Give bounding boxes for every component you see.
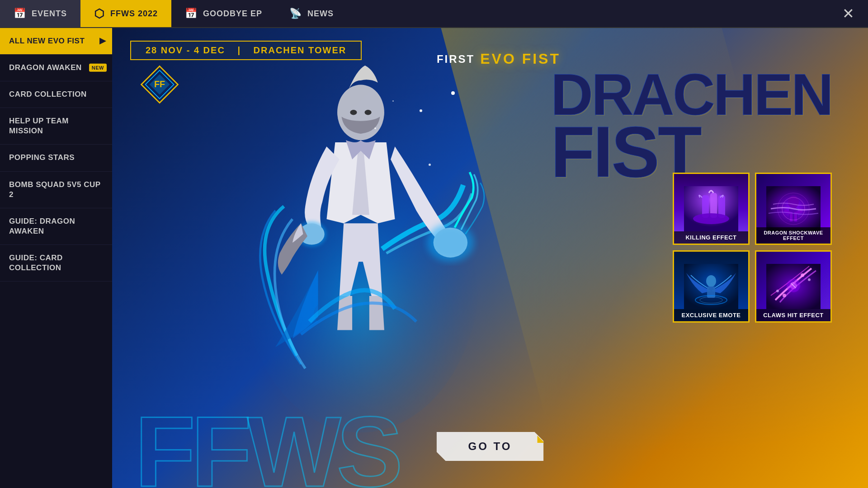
svg-point-23 xyxy=(706,275,716,287)
claws-hit-label: CLAWS HIT EFFECT xyxy=(756,309,830,321)
sidebar-label-popping: POPPING STARS xyxy=(9,153,75,162)
date-banner: 28 NOV - 4 DEC | DRACHEN TOWER xyxy=(130,41,362,60)
arrow-right-icon: ▶ xyxy=(99,36,106,46)
sidebar-label-guide-dragon: GUIDE: DRAGON AWAKEN xyxy=(9,217,75,235)
svg-point-32 xyxy=(808,278,811,281)
date-range: 28 NOV - 4 DEC xyxy=(146,45,225,55)
star-2 xyxy=(374,127,376,129)
nav-label-goodbye: GOODBYE EP xyxy=(203,9,262,19)
sidebar-label-all-new: ALL NEW EVO FIST xyxy=(9,37,85,45)
sidebar-item-guide-card[interactable]: GUIDE: CARD COLLECTION xyxy=(0,245,112,282)
star-3 xyxy=(451,91,455,95)
sidebar-label-guide-card: GUIDE: CARD COLLECTION xyxy=(9,253,63,272)
sidebar-item-popping-stars[interactable]: POPPING STARS xyxy=(0,145,112,171)
top-navigation: 📅 EVENTS ⬡ FFWS 2022 📅 GOODBYE EP 📡 NEWS… xyxy=(0,0,868,28)
item-cards-grid: KILLING EFFECT xyxy=(673,173,832,323)
svg-point-33 xyxy=(776,290,779,292)
star-4 xyxy=(429,164,431,166)
sidebar: ALL NEW EVO FIST ▶ DRAGON AWAKEN NEW CAR… xyxy=(0,28,112,488)
sidebar-item-all-new-evo-fist[interactable]: ALL NEW EVO FIST ▶ xyxy=(0,28,112,55)
close-button[interactable]: ✕ xyxy=(829,0,868,27)
character-svg xyxy=(225,57,496,441)
new-badge: NEW xyxy=(89,64,107,72)
calendar-icon: 📅 xyxy=(14,8,26,19)
broadcast-icon: 📡 xyxy=(289,8,302,19)
main-content: 28 NOV - 4 DEC | DRACHEN TOWER FF xyxy=(112,28,868,488)
sidebar-item-guide-dragon[interactable]: GUIDE: DRAGON AWAKEN xyxy=(0,208,112,245)
sidebar-label-bomb: BOMB SQUAD 5V5 CUP 2 xyxy=(9,180,100,199)
character-display xyxy=(203,46,519,452)
sidebar-item-help-up-team[interactable]: HELP UP TEAM MISSION xyxy=(0,108,112,145)
svg-point-6 xyxy=(350,110,357,115)
subtitle-first: FIRST xyxy=(437,53,475,66)
svg-point-31 xyxy=(783,294,786,297)
subtitle-evo: EVO FIST xyxy=(480,51,561,67)
date-separator: | xyxy=(237,45,241,55)
svg-point-7 xyxy=(365,110,372,115)
star-5 xyxy=(392,100,394,102)
calendar2-icon: 📅 xyxy=(185,8,198,19)
sidebar-label-help: HELP UP TEAM MISSION xyxy=(9,117,69,135)
sidebar-item-bomb-squad[interactable]: BOMB SQUAD 5V5 CUP 2 xyxy=(0,172,112,208)
item-card-exclusive-emote[interactable]: EXCLUSIVE EMOTE xyxy=(673,250,750,323)
sidebar-label-card: CARD COLLECTION xyxy=(9,90,87,99)
exclusive-emote-label: EXCLUSIVE EMOTE xyxy=(674,309,748,321)
goto-button[interactable]: GO TO xyxy=(437,432,544,461)
main-title: DRACHEN FIST xyxy=(551,69,832,184)
ffws-icon: ⬡ xyxy=(94,7,105,21)
nav-item-ffws2022[interactable]: ⬡ FFWS 2022 xyxy=(80,0,171,27)
nav-label-ffws: FFWS 2022 xyxy=(110,9,158,19)
svg-rect-24 xyxy=(707,286,715,298)
item-card-dragon-shockwave[interactable]: DRAGON SHOCKWAVE EFFECT xyxy=(755,173,832,245)
nav-label-events: EVENTS xyxy=(32,9,67,19)
item-card-claws-hit[interactable]: CLAWS HIT EFFECT xyxy=(755,250,832,323)
nav-item-goodbyeep[interactable]: 📅 GOODBYE EP xyxy=(171,0,276,27)
sidebar-label-dragon: DRAGON AWAKEN xyxy=(9,63,82,72)
star-1 xyxy=(420,109,422,112)
item-card-killing-effect[interactable]: KILLING EFFECT xyxy=(673,173,750,245)
event-emblem: FF xyxy=(139,64,180,107)
sidebar-item-dragon-awaken[interactable]: DRAGON AWAKEN NEW xyxy=(0,55,112,81)
location-text: DRACHEN TOWER xyxy=(254,45,347,55)
nav-item-news[interactable]: 📡 NEWS xyxy=(276,0,347,27)
diamond-logo-icon: FF xyxy=(139,64,180,105)
killing-effect-label: KILLING EFFECT xyxy=(674,231,748,244)
close-icon: ✕ xyxy=(842,5,854,22)
subtitle-area: FIRST EVO FIST xyxy=(437,51,561,67)
svg-point-16 xyxy=(693,213,729,224)
svg-text:FF: FF xyxy=(154,79,165,89)
sidebar-item-card-collection[interactable]: CARD COLLECTION xyxy=(0,81,112,108)
nav-label-news: NEWS xyxy=(307,9,334,19)
svg-point-30 xyxy=(801,273,804,277)
svg-point-11 xyxy=(427,223,474,262)
dragon-shockwave-label: DRAGON SHOCKWAVE EFFECT xyxy=(756,227,830,244)
nav-item-events[interactable]: 📅 EVENTS xyxy=(0,0,80,27)
